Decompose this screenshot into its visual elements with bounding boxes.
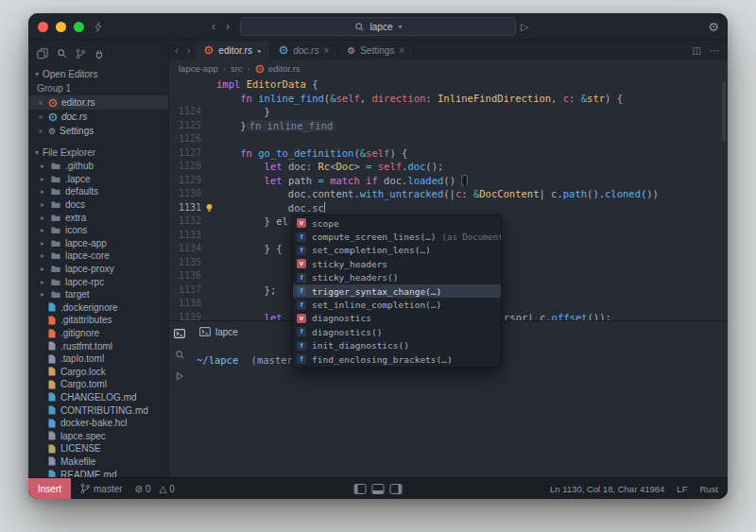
file-tree-item[interactable]: CONTRIBUTING.md (28, 403, 168, 417)
tab-scroll-left-icon[interactable]: ‹ (172, 44, 181, 56)
cursor-position[interactable]: Ln 1130, Col 18, Char 41984 (550, 484, 664, 494)
activity-search-button[interactable] (52, 46, 71, 61)
file-tree-item[interactable]: ▸defaults (28, 185, 168, 198)
file-tree-item[interactable]: lapce.spec (28, 429, 168, 442)
completion-item[interactable]: ffind_enclosing_brackets(…) (293, 352, 501, 366)
open-editors-header[interactable]: ▾ Open Editors (28, 67, 168, 81)
file-tree-item[interactable]: ▸lapce-core (28, 249, 168, 263)
file-tree-item[interactable]: LICENSE (28, 442, 168, 455)
completion-item[interactable]: ftrigger_syntax_change(…) (293, 284, 501, 298)
run-button[interactable]: ▷ (521, 21, 528, 33)
remote-connection-icon[interactable] (94, 22, 102, 32)
completion-item[interactable]: fdiagnostics() (293, 325, 501, 338)
diagnostics-indicator[interactable]: ⊘ 0 △ 0 (135, 484, 175, 494)
toggle-right-panel-icon[interactable] (390, 484, 403, 494)
close-icon[interactable]: × (37, 112, 44, 122)
activity-explorer-button[interactable] (33, 46, 52, 61)
lightbulb-icon[interactable] (201, 201, 216, 215)
window-close-button[interactable] (38, 22, 48, 32)
line-ending[interactable]: LF (677, 484, 687, 494)
completion-item[interactable]: fsticky_headers() (293, 271, 501, 284)
file-tree-item[interactable]: ▸.lapce (28, 173, 168, 186)
editor-tab[interactable]: doc.rs× (270, 41, 338, 60)
open-editor-item[interactable]: ×doc.rs (28, 110, 168, 124)
close-icon[interactable]: × (37, 127, 44, 136)
file-tree-item[interactable]: ▸icons (28, 224, 168, 237)
language-mode[interactable]: Rust (699, 484, 718, 494)
back-button[interactable]: ‹ (212, 20, 215, 33)
toggle-bottom-panel-icon[interactable] (372, 484, 385, 494)
editor-tab[interactable]: ⚙Settings× (338, 41, 414, 60)
completion-item[interactable]: vscope (293, 216, 501, 230)
file-tree-item[interactable]: ▸lapce-app (28, 237, 168, 250)
completion-label: init_diagnostics() (312, 340, 409, 351)
file-tree-item[interactable]: ▸lapce-proxy (28, 263, 168, 276)
window-minimize-button[interactable] (56, 22, 66, 32)
code-text: let path = match if doc.loaded() { (216, 174, 468, 188)
file-tree-item[interactable]: CHANGELOG.md (28, 391, 168, 404)
file-tree-item[interactable]: .dockerignore (28, 301, 168, 315)
file-tree-item[interactable]: Makefile (28, 455, 168, 469)
close-icon[interactable]: × (399, 45, 404, 56)
more-actions-icon[interactable]: ⋯ (710, 45, 719, 56)
toggle-left-panel-icon[interactable] (354, 484, 367, 494)
function-kind-icon: f (297, 354, 306, 364)
file-icon (48, 444, 56, 454)
completion-item[interactable]: fset_completion_lens(…) (293, 244, 501, 257)
file-tree-item[interactable]: ▸target (28, 288, 168, 301)
forward-button[interactable]: › (226, 20, 230, 33)
file-tree-item[interactable]: Cargo.lock (28, 366, 168, 379)
close-icon[interactable]: × (37, 98, 44, 108)
gutter-slot (201, 283, 216, 298)
open-editor-item[interactable]: ×⚙Settings (28, 124, 168, 138)
completion-item[interactable]: vsticky_headers (293, 257, 501, 270)
activity-extensions-button[interactable] (90, 46, 109, 61)
open-editor-item[interactable]: ×editor.rs (28, 95, 168, 110)
file-tree-item[interactable]: README.md (28, 468, 168, 477)
file-tree-item[interactable]: .rustfmt.toml (28, 339, 168, 352)
file-tree-item[interactable]: .taplo.toml (28, 352, 168, 366)
editor-scrollbar[interactable] (722, 81, 726, 142)
file-tree-item[interactable]: ▸extra (28, 211, 168, 224)
editor-column: ‹ › editor.rs●doc.rs×⚙Settings× ◫ ⋯ lapc… (169, 41, 728, 477)
file-tree-item[interactable]: ▸lapce-rpc (28, 275, 168, 288)
file-tree-item[interactable]: docker-bake.hcl (28, 417, 168, 430)
file-tree-item[interactable]: ▸docs (28, 198, 168, 212)
file-explorer-header[interactable]: ▾ File Explorer (28, 146, 168, 160)
file-tree-item[interactable]: .gitignore (28, 327, 168, 340)
mode-indicator[interactable]: Insert (28, 478, 71, 499)
activity-source-control-button[interactable] (71, 46, 90, 61)
debug-panel-icon[interactable] (175, 371, 184, 381)
breadcrumb-item[interactable]: lapce-app (179, 63, 218, 74)
file-name: lapce-proxy (65, 264, 114, 274)
file-name: Cargo.toml (60, 379, 107, 389)
completion-item[interactable]: fcompute_screen_lines(…)(as Document) (293, 230, 501, 243)
breadcrumb-item[interactable]: src (231, 63, 243, 74)
search-panel-icon[interactable] (175, 350, 185, 360)
palette-value: lapce (370, 22, 393, 32)
rust-file-icon (279, 45, 288, 55)
terminal-panel-icon[interactable] (174, 329, 185, 338)
breadcrumb-item[interactable]: editor.rs (255, 63, 301, 74)
titlebar[interactable]: ‹ › lapce ▾ ▷ ⚙ (28, 13, 728, 41)
gutter-slot (201, 229, 216, 243)
editor-tab[interactable]: editor.rs● (196, 41, 270, 60)
completion-item[interactable]: fset_inline_completion(…) (293, 298, 501, 311)
file-tree-item[interactable]: .gitattributes (28, 314, 168, 327)
file-name: README.md (60, 470, 116, 477)
completion-item[interactable]: vdiagnostics (293, 312, 501, 325)
file-tree-item[interactable]: Cargo.toml (28, 378, 168, 391)
command-palette[interactable]: lapce ▾ (240, 17, 516, 36)
git-branch-indicator[interactable]: master (80, 483, 123, 494)
split-editor-icon[interactable]: ◫ (693, 45, 701, 56)
file-icon (48, 329, 56, 338)
function-kind-icon: f (297, 273, 306, 283)
window-zoom-button[interactable] (74, 22, 84, 32)
terminal-tab[interactable]: lapce (194, 327, 244, 337)
completion-item[interactable]: finit_diagnostics() (293, 339, 501, 352)
close-icon[interactable]: × (323, 45, 329, 56)
file-tree-item[interactable]: ▸.github (28, 160, 168, 173)
settings-gear-button[interactable]: ⚙ (708, 20, 719, 34)
file-icon (48, 354, 56, 364)
tab-scroll-right-icon[interactable]: › (184, 44, 194, 56)
